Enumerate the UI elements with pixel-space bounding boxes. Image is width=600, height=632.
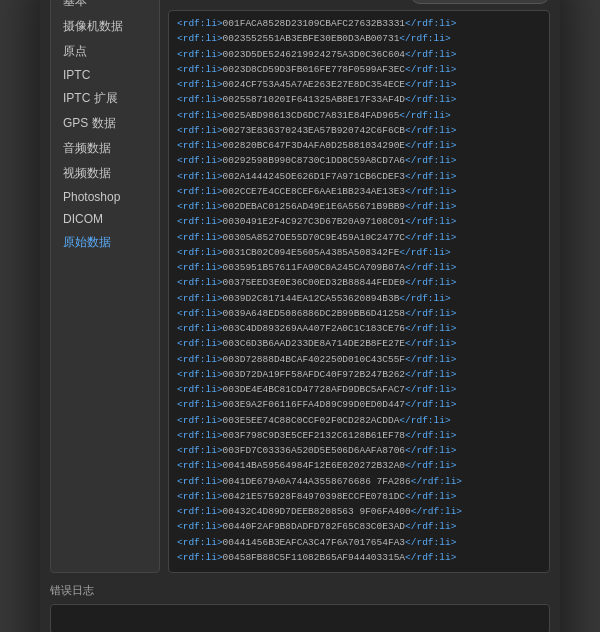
panel-label: 原始数据 (168, 0, 216, 2)
sidebar-item-photoshop[interactable]: Photoshop (53, 186, 157, 208)
search-bar: ⌕ (410, 0, 550, 4)
sidebar-item-gps[interactable]: GPS 数据 (53, 111, 157, 136)
error-log-label: 错误日志 (50, 583, 550, 598)
sidebar-item-iptc-ext[interactable]: IPTC 扩展 (53, 86, 157, 111)
main-panel: 原始数据 ⌕ <rdf:li>001FACA8528D23109CBAFC276… (168, 0, 550, 573)
sidebar-item-raw-data[interactable]: 原始数据 (53, 230, 157, 255)
sidebar-item-origin[interactable]: 原点 (53, 39, 157, 64)
sidebar-item-iptc[interactable]: IPTC (53, 64, 157, 86)
sidebar-item-basic[interactable]: 基本 (53, 0, 157, 14)
sidebar-item-video[interactable]: 视频数据 (53, 161, 157, 186)
sidebar: 基本 摄像机数据 原点 IPTC IPTC 扩展 GPS 数据 音频数据 视频数… (50, 0, 160, 573)
error-log-box (50, 604, 550, 632)
sidebar-item-audio[interactable]: 音频数据 (53, 136, 157, 161)
main-window: 背景.psd 基本 摄像机数据 原点 IPTC IPTC 扩展 GPS 数据 音… (40, 0, 560, 632)
bottom-section: 错误日志 Powered By xmp 首选项 模板文件夹 ▾ 取消 确定 (40, 583, 560, 632)
content-area: 基本 摄像机数据 原点 IPTC IPTC 扩展 GPS 数据 音频数据 视频数… (40, 0, 560, 583)
sidebar-item-camera[interactable]: 摄像机数据 (53, 14, 157, 39)
raw-data-content[interactable]: <rdf:li>001FACA8528D23109CBAFC27632B3331… (168, 10, 550, 573)
sidebar-item-dicom[interactable]: DICOM (53, 208, 157, 230)
